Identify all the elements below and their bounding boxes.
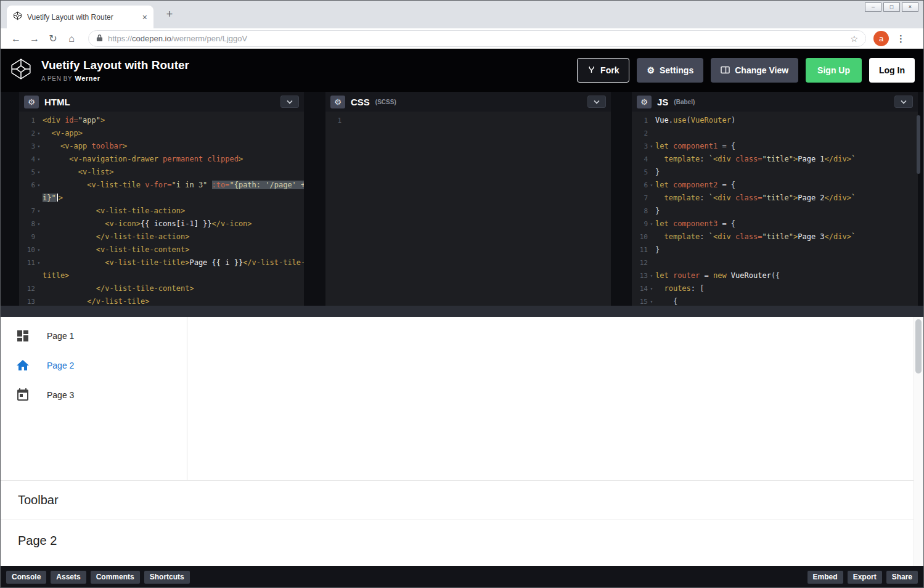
css-code-area[interactable]: 1 (325, 112, 611, 306)
editor-scrollbar[interactable] (917, 115, 920, 174)
browser-toolbar: ← → ↻ ⌂ https://codepen.io/wernerm/pen/L… (1, 28, 923, 49)
code-text: template: `<div class="title">Page 2</di… (655, 192, 918, 205)
share-button[interactable]: Share (886, 571, 918, 584)
settings-button[interactable]: ⚙ Settings (637, 58, 703, 83)
code-line: 8▾ <v-icon>{{ icons[i-1] }}</v-icon> (19, 218, 304, 231)
shortcuts-button[interactable]: Shortcuts (144, 571, 190, 584)
export-button[interactable]: Export (848, 571, 882, 584)
fold-marker (648, 114, 655, 127)
code-line: 4▾ <v-navigation-drawer permanent clippe… (19, 153, 304, 166)
nav-item-page-2[interactable]: Page 2 (1, 351, 187, 380)
pen-author-link[interactable]: Werner (75, 75, 100, 82)
code-text: let component3 = { (655, 218, 918, 231)
code-line: 7▾ <v-list-tile-action> (19, 205, 304, 218)
navigation-drawer: Page 1 Page 2 Page 3 (1, 317, 187, 480)
js-editor-header: ⚙ JS (Babel) (632, 92, 918, 112)
code-text: <v-app> (43, 127, 304, 140)
tab-close-icon[interactable]: × (142, 12, 147, 22)
home-icon[interactable]: ⌂ (62, 33, 81, 44)
codepen-footer: Console Assets Comments Shortcuts Embed … (1, 566, 923, 588)
browser-menu-icon[interactable]: ⋮ (896, 33, 906, 44)
fold-marker[interactable]: ▾ (35, 256, 43, 269)
fold-marker[interactable]: ▾ (35, 218, 43, 231)
nav-item-page-3[interactable]: Page 3 (1, 380, 187, 410)
fold-marker[interactable]: ▾ (35, 153, 43, 166)
new-tab-button[interactable]: + (162, 8, 177, 21)
console-button[interactable]: Console (6, 571, 46, 584)
line-number: 6 (632, 179, 648, 192)
editor-settings-gear-icon[interactable]: ⚙ (24, 96, 39, 108)
code-text: title> (43, 269, 304, 282)
pen-titles: Vuetify Layout with Router A PEN BYWerne… (41, 59, 189, 82)
js-collapse-button[interactable] (894, 96, 913, 108)
line-number: 3 (19, 140, 35, 153)
reload-icon[interactable]: ↻ (44, 33, 62, 44)
codepen-logo-icon[interactable] (9, 57, 33, 83)
code-text: routes: [ (655, 282, 918, 295)
fold-marker[interactable]: ▾ (648, 282, 655, 295)
comments-button[interactable]: Comments (91, 571, 140, 584)
code-text: } (655, 166, 918, 179)
css-collapse-button[interactable] (587, 96, 606, 108)
fold-marker[interactable]: ▾ (648, 295, 655, 306)
back-icon[interactable]: ← (7, 33, 25, 44)
code-text: <v-list-tile-action> (43, 205, 304, 218)
fold-marker[interactable]: ▾ (648, 269, 655, 282)
editor-preview-resizer[interactable] (1, 306, 923, 317)
nav-item-label: Page 1 (47, 331, 74, 341)
line-number: 1 (19, 114, 35, 127)
log-in-button[interactable]: Log In (869, 58, 915, 83)
nav-item-page-1[interactable]: Page 1 (1, 321, 187, 351)
sign-up-button[interactable]: Sign Up (806, 58, 862, 83)
fold-marker[interactable]: ▾ (35, 205, 43, 218)
code-text: <v-list> (43, 166, 304, 179)
browser-tab[interactable]: Vuetify Layout with Router × (7, 6, 153, 28)
line-number (19, 192, 35, 205)
line-number: 9 (632, 218, 648, 231)
code-line: 13▾let router = new VueRouter({ (632, 269, 918, 282)
window-close-button[interactable]: × (902, 2, 918, 12)
bookmark-star-icon[interactable]: ☆ (850, 34, 858, 44)
fork-label: Fork (600, 65, 619, 75)
editor-settings-gear-icon[interactable]: ⚙ (637, 96, 652, 108)
line-number: 13 (632, 269, 648, 282)
fold-marker[interactable]: ▾ (648, 218, 655, 231)
fold-marker (35, 282, 43, 295)
editor-area: ⚙ HTML 1<div id="app">2▾ <v-app>3▾ <v-ap… (1, 92, 923, 306)
address-bar[interactable]: https://codepen.io/wernerm/pen/LjggoV ☆ (88, 30, 866, 47)
change-view-button[interactable]: Change View (711, 58, 798, 83)
preview-scrollbar-track[interactable] (914, 317, 923, 566)
fold-marker (35, 295, 43, 306)
change-view-label: Change View (735, 65, 788, 75)
html-collapse-button[interactable] (280, 96, 299, 108)
url-protocol: https:// (108, 34, 132, 43)
code-line: 8} (632, 205, 918, 218)
code-line: 5▾ <v-list> (19, 166, 304, 179)
fold-marker[interactable]: ▾ (648, 140, 655, 153)
settings-label: Settings (660, 65, 693, 75)
fold-marker[interactable]: ▾ (35, 166, 43, 179)
line-number: 10 (19, 243, 35, 256)
fold-marker[interactable]: ▾ (35, 243, 43, 256)
window-minimize-button[interactable]: – (865, 2, 881, 12)
js-code-area[interactable]: 1Vue.use(VueRouter)23▾let component1 = {… (632, 112, 918, 306)
embed-button[interactable]: Embed (807, 571, 843, 584)
forward-icon[interactable]: → (25, 33, 44, 44)
window-maximize-button[interactable]: □ (883, 2, 900, 12)
profile-avatar[interactable]: a (873, 31, 889, 46)
fold-marker[interactable]: ▾ (648, 179, 655, 192)
html-code-area[interactable]: 1<div id="app">2▾ <v-app>3▾ <v-app toolb… (19, 112, 304, 306)
fold-marker[interactable]: ▾ (35, 140, 43, 153)
assets-button[interactable]: Assets (51, 571, 86, 584)
fold-marker[interactable]: ▾ (35, 127, 43, 140)
line-number: 11 (19, 256, 35, 269)
editor-settings-gear-icon[interactable]: ⚙ (330, 96, 345, 108)
fork-button[interactable]: Fork (577, 58, 629, 83)
code-text: <v-list-tile-title>Page {{ i }}</v-list-… (43, 256, 304, 269)
chevron-down-icon (287, 98, 292, 104)
code-text: let component2 = { (655, 179, 918, 192)
code-line: 2▾ <v-app> (19, 127, 304, 140)
preview-scrollbar-thumb[interactable] (915, 319, 922, 374)
fold-marker[interactable]: ▾ (35, 179, 43, 192)
gear-icon: ⚙ (647, 66, 655, 75)
